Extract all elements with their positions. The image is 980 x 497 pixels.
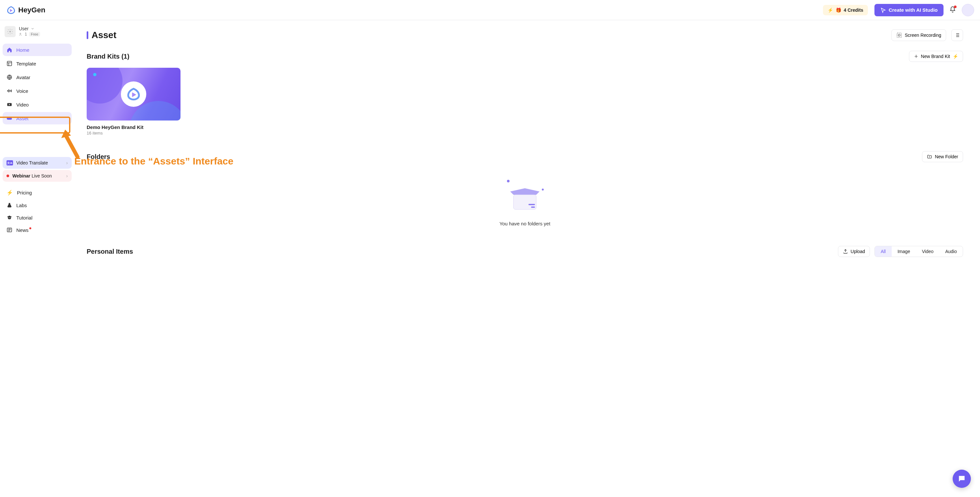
svg-rect-10: [897, 33, 902, 37]
upload-button[interactable]: Upload: [838, 246, 870, 257]
nav-item-home[interactable]: Home: [3, 44, 72, 56]
notification-dot: [954, 6, 956, 8]
nav-item-tutorial[interactable]: Tutorial: [3, 211, 72, 224]
svg-rect-2: [7, 61, 12, 66]
nav-label-video-translate: Video Translate: [16, 160, 48, 165]
brandkit-item-count: 16 items: [87, 130, 180, 135]
nav-label-news: News: [16, 227, 29, 233]
new-folder-button[interactable]: New Folder: [922, 151, 963, 162]
page-title: Asset: [92, 30, 116, 40]
graduation-cap-icon: [6, 214, 13, 221]
personal-items-heading: Personal Items: [87, 248, 133, 255]
upload-icon: [843, 249, 848, 254]
cloud-icon: [6, 115, 13, 121]
main-content: Asset Screen Recording Brand Kits (1) Ne…: [74, 20, 980, 257]
empty-box-illustration: [504, 178, 546, 214]
lightning-icon: ⚡: [827, 8, 833, 13]
svg-rect-7: [11, 90, 12, 92]
credits-chip[interactable]: ⚡ 🎁 4 Credits: [823, 5, 868, 15]
nav-item-asset[interactable]: Asset: [3, 112, 72, 124]
screen-recording-icon: [896, 32, 902, 38]
svg-point-12: [507, 180, 509, 183]
people-icon: [19, 32, 23, 36]
template-icon: [6, 60, 13, 67]
nav-label-voice: Voice: [16, 88, 29, 94]
new-brandkit-button[interactable]: New Brand Kit ⚡: [909, 51, 963, 62]
list-icon: [954, 32, 960, 38]
user-avatar[interactable]: [962, 4, 974, 16]
filter-tab-audio[interactable]: Audio: [939, 246, 963, 257]
brandkit-card[interactable]: Demo HeyGen Brand Kit 16 items: [87, 68, 180, 135]
chevron-right-icon: ›: [66, 173, 68, 178]
filter-tab-video[interactable]: Video: [916, 246, 940, 257]
nav-item-video[interactable]: Video: [3, 98, 72, 111]
chevron-right-icon: ›: [66, 160, 68, 165]
nav-item-news[interactable]: News: [3, 224, 72, 236]
nav-item-labs[interactable]: Labs: [3, 199, 72, 211]
nav-label-tutorial: Tutorial: [16, 215, 32, 221]
asset-filter-tabs: All Image Video Audio: [875, 246, 963, 257]
nav-label-asset: Asset: [16, 116, 29, 121]
svg-point-13: [542, 189, 544, 191]
create-label: Create with AI Studio: [889, 7, 938, 13]
brandkits-heading: Brand Kits (1): [87, 53, 129, 60]
nav-label-template: Template: [16, 61, 36, 67]
nav-item-avatar[interactable]: Avatar: [3, 71, 72, 83]
title-accent-bar: [87, 31, 88, 39]
waveform-icon: [6, 88, 13, 94]
new-folder-label: New Folder: [935, 154, 958, 159]
nav-label-labs: Labs: [16, 203, 27, 208]
create-ai-studio-button[interactable]: Create with AI Studio: [875, 4, 943, 16]
news-dot: [29, 227, 31, 229]
filter-tab-image[interactable]: Image: [892, 246, 916, 257]
svg-rect-5: [8, 90, 9, 92]
workspace-name: User: [19, 26, 29, 31]
svg-rect-15: [528, 204, 535, 205]
brand-logo[interactable]: HeyGen: [6, 6, 45, 15]
folder-plus-icon: [927, 154, 932, 159]
chevron-down-icon: [30, 27, 35, 31]
workspace-thumb: [5, 26, 16, 37]
filter-tab-all[interactable]: All: [875, 246, 892, 257]
globe-icon: [6, 74, 13, 80]
live-dot-icon: [6, 175, 9, 177]
svg-rect-16: [531, 206, 535, 208]
nav-item-webinar[interactable]: Webinar Live Soon ›: [3, 170, 72, 182]
brand-name: HeyGen: [18, 6, 45, 14]
workspace-members: 1: [25, 32, 27, 37]
home-icon: [6, 47, 13, 53]
folders-heading: Folders: [87, 153, 110, 160]
svg-point-11: [898, 34, 900, 36]
nav-label-home: Home: [16, 47, 29, 53]
nav-label-avatar: Avatar: [16, 75, 30, 80]
screen-recording-button[interactable]: Screen Recording: [891, 29, 946, 41]
heygen-logo-icon: [6, 6, 16, 15]
svg-point-0: [10, 31, 11, 33]
video-icon: [6, 102, 13, 108]
svg-point-1: [20, 33, 21, 34]
folders-empty-state: You have no folders yet: [87, 178, 963, 226]
brandkit-logo-circle: [121, 81, 146, 107]
no-folders-text: You have no folders yet: [500, 221, 550, 226]
workspace-switcher[interactable]: User 1 Free: [3, 26, 72, 42]
credits-label: 4 Credits: [844, 8, 863, 13]
nav-item-template[interactable]: Template: [3, 57, 72, 70]
topbar: HeyGen ⚡ 🎁 4 Credits Create with AI Stud…: [0, 0, 980, 20]
lightning-icon: ⚡: [953, 54, 958, 59]
nav-item-pricing[interactable]: ⚡ Pricing: [3, 186, 72, 199]
nav-item-video-translate[interactable]: 文/A Video Translate ›: [3, 157, 72, 169]
webinar-bold: Webinar: [13, 173, 30, 178]
svg-rect-6: [10, 90, 10, 92]
gift-icon: 🎁: [836, 8, 841, 13]
newspaper-icon: [6, 227, 13, 233]
flask-icon: [6, 202, 13, 208]
upload-label: Upload: [851, 249, 865, 254]
sidebar: User 1 Free Home Template A: [0, 20, 74, 257]
screen-recording-label: Screen Recording: [905, 33, 941, 38]
notifications-button[interactable]: [950, 6, 956, 14]
nav-item-voice[interactable]: Voice: [3, 85, 72, 97]
new-brandkit-label: New Brand Kit: [921, 54, 950, 59]
cursor-icon: [880, 7, 886, 13]
heygen-logo-icon: [126, 87, 141, 101]
list-view-toggle[interactable]: [951, 29, 963, 41]
